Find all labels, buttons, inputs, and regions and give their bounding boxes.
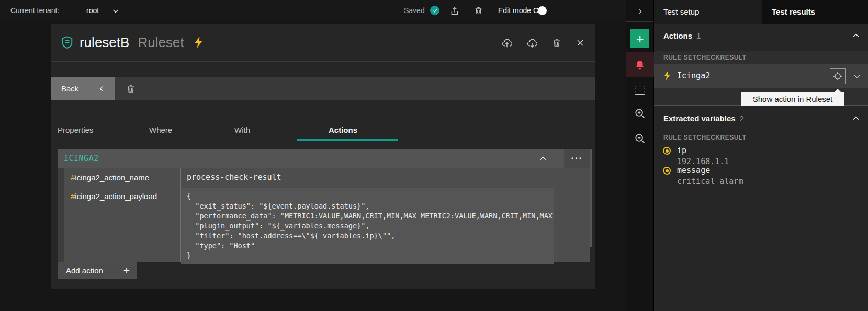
tooltip-caret [834, 89, 841, 93]
add-button[interactable]: + [630, 29, 649, 48]
chevron-down-icon[interactable] [853, 72, 861, 80]
active-tab-indicator [297, 139, 398, 141]
ruleset-shield-icon [61, 36, 73, 49]
rule-tabs: Properties Where With Actions [51, 121, 595, 141]
show-action-in-ruleset-button[interactable] [830, 68, 846, 84]
tab-test-results[interactable]: Test results [772, 0, 815, 24]
variable-value: critical alarm [677, 177, 743, 186]
action-payload-key: #icinga2_action_payload [64, 187, 181, 262]
row-grip[interactable] [58, 168, 64, 187]
action-name-row: #icinga2_action_name process-check-resul… [58, 168, 590, 187]
zoom-in-icon[interactable] [634, 108, 646, 119]
chevron-left-icon [98, 85, 105, 93]
rule-toolbar: Back [51, 77, 595, 100]
collapse-variables-icon[interactable] [852, 114, 860, 122]
action-payload-row: #icinga2_action_payload { "exit_status":… [58, 187, 590, 262]
action-result-name: Icinga2 [677, 71, 710, 80]
tab-properties[interactable]: Properties [58, 121, 93, 141]
variable-name: ip [677, 146, 686, 155]
plus-icon: + [123, 263, 130, 278]
rows-view-icon[interactable] [635, 86, 645, 95]
actions-count: 1 [696, 31, 701, 40]
add-action-button[interactable]: Add action + [58, 262, 137, 279]
variables-count: 2 [740, 114, 744, 123]
top-bar: Current tenant: root Saved Edit mode On [0, 0, 626, 21]
action-block-title: ICINGA2 [58, 154, 99, 163]
tenant-value[interactable]: root [86, 0, 99, 21]
variable-radio-icon [663, 147, 671, 155]
row-grip[interactable] [58, 187, 64, 262]
delete-icon[interactable] [474, 6, 483, 15]
delete-rule-icon[interactable] [126, 84, 136, 94]
ruleset-editor-card: rulesetB Ruleset [51, 24, 595, 289]
actions-section-header: Actions1 [654, 31, 868, 47]
alerts-bell-icon[interactable] [626, 52, 654, 77]
variables-group-row: RULE SETCHECKRESULT [654, 131, 868, 144]
overflow-menu-icon[interactable]: ··· [564, 149, 590, 168]
upload-cloud-icon[interactable] [502, 38, 512, 48]
actions-group-row: RULE SETCHECKRESULT [654, 51, 868, 64]
icinga2-action-block: ICINGA2 ··· #icinga2_action_name process… [58, 149, 590, 262]
chevron-down-icon[interactable] [111, 7, 120, 15]
actions-group-label: RULE SETCHECKRESULT [663, 54, 747, 61]
variables-group-label: RULE SETCHECKRESULT [663, 134, 747, 141]
delete-ruleset-icon[interactable] [552, 38, 561, 48]
saved-status-label: Saved [404, 0, 425, 21]
action-result-row[interactable]: Icinga2 [654, 64, 868, 88]
export-icon[interactable] [450, 6, 459, 16]
scrollbar-thumb[interactable] [590, 149, 592, 247]
ruleset-header: rulesetB Ruleset [51, 24, 595, 62]
variables-section-title: Extracted variables [663, 114, 736, 123]
collapse-chevron-icon[interactable] [533, 149, 554, 168]
action-block-header: ICINGA2 ··· [58, 149, 590, 168]
variable-name: message [677, 166, 710, 175]
variables-section-header: Extracted variables2 [654, 114, 868, 130]
tab-test-setup[interactable]: Test setup [654, 0, 762, 24]
tenant-label: Current tenant: [10, 0, 59, 21]
ruleset-name: rulesetB [80, 34, 129, 51]
action-payload-value[interactable]: { "exit_status": "${event.payload.status… [181, 188, 554, 264]
actions-section-title: Actions [663, 31, 692, 40]
saved-check-icon [430, 6, 439, 15]
download-cloud-icon[interactable] [527, 38, 537, 48]
zoom-out-icon[interactable] [634, 133, 646, 144]
test-panel: Test setup Test results Actions1 RULE SE… [654, 0, 868, 311]
back-button[interactable]: Back [51, 77, 115, 100]
trigger-bolt-icon [194, 36, 204, 49]
add-action-label: Add action [66, 266, 103, 275]
edit-mode-label: Edit mode On [498, 0, 543, 21]
key-text: icinga2_action_payload [75, 192, 157, 201]
variable-radio-icon [663, 167, 671, 175]
collapse-panel-icon[interactable] [635, 6, 645, 17]
tab-with[interactable]: With [234, 121, 250, 141]
tooltip: Show action in Ruleset [741, 92, 844, 106]
variable-value: 192.168.1.1 [677, 157, 729, 166]
tab-where[interactable]: Where [149, 121, 172, 141]
test-panel-tabs: Test setup Test results [654, 0, 868, 24]
side-rail: + [626, 0, 654, 311]
action-name-value[interactable]: process-check-result [181, 168, 590, 187]
tab-actions[interactable]: Actions [329, 121, 357, 141]
collapse-actions-icon[interactable] [852, 31, 860, 40]
ruleset-type-label: Ruleset [138, 34, 184, 51]
trigger-bolt-icon [663, 71, 671, 81]
action-name-key: #icinga2_action_name [64, 168, 181, 187]
close-icon[interactable] [576, 39, 584, 47]
app-root: Current tenant: root Saved Edit mode On [0, 0, 868, 311]
key-text: icinga2_action_name [75, 173, 149, 182]
back-label: Back [61, 84, 78, 93]
